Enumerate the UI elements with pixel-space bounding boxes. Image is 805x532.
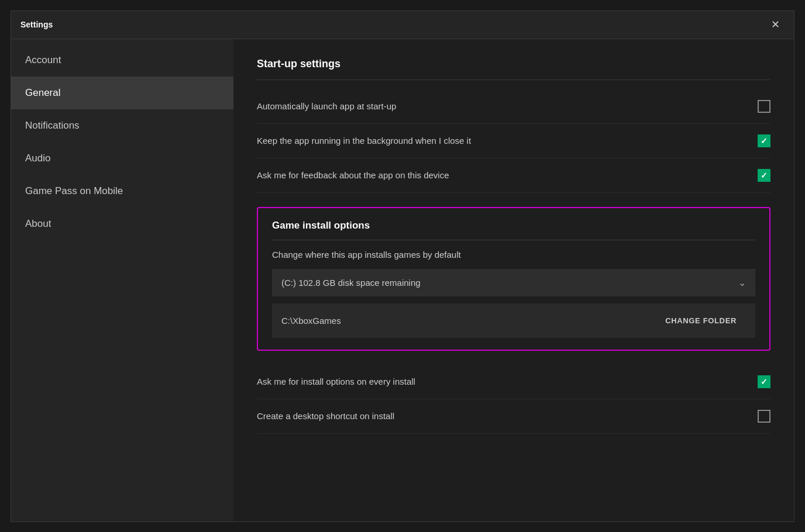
auto-launch-label: Automatically launch app at start-up bbox=[257, 101, 396, 111]
feedback-checkbox[interactable] bbox=[758, 169, 770, 182]
disk-dropdown[interactable]: (C:) 102.8 GB disk space remaining ⌄ bbox=[272, 269, 755, 296]
folder-row: C:\XboxGames CHANGE FOLDER bbox=[272, 303, 755, 338]
title-bar: Settings ✕ bbox=[11, 11, 794, 39]
sidebar-item-game-pass-mobile[interactable]: Game Pass on Mobile bbox=[11, 175, 233, 208]
install-options-checkbox[interactable] bbox=[758, 375, 770, 388]
disk-label: (C:) 102.8 GB disk space remaining bbox=[281, 278, 421, 288]
folder-path: C:\XboxGames bbox=[281, 316, 341, 326]
sidebar: Account General Notifications Audio Game… bbox=[11, 39, 233, 521]
desktop-shortcut-label: Create a desktop shortcut on install bbox=[257, 411, 394, 421]
install-options-label: Ask me for install options on every inst… bbox=[257, 376, 415, 386]
desktop-shortcut-checkbox[interactable] bbox=[758, 410, 770, 423]
sidebar-item-audio[interactable]: Audio bbox=[11, 142, 233, 175]
change-folder-button[interactable]: CHANGE FOLDER bbox=[656, 312, 746, 330]
startup-section-title: Start-up settings bbox=[257, 58, 770, 70]
sidebar-item-general[interactable]: General bbox=[11, 77, 233, 109]
sidebar-item-about[interactable]: About bbox=[11, 208, 233, 240]
sidebar-item-notifications[interactable]: Notifications bbox=[11, 109, 233, 142]
game-install-options-box: Game install options Change where this a… bbox=[257, 207, 770, 351]
keep-running-label: Keep the app running in the background w… bbox=[257, 136, 471, 146]
game-install-divider bbox=[272, 240, 755, 240]
keep-running-checkbox[interactable] bbox=[758, 134, 770, 147]
close-button[interactable]: ✕ bbox=[766, 15, 785, 34]
auto-launch-checkbox[interactable] bbox=[758, 100, 770, 113]
game-install-subtitle: Change where this app installs games by … bbox=[272, 250, 755, 260]
feedback-label: Ask me for feedback about the app on thi… bbox=[257, 170, 449, 180]
content-area: Account General Notifications Audio Game… bbox=[11, 39, 794, 521]
setting-row-keep-running: Keep the app running in the background w… bbox=[257, 124, 770, 158]
setting-row-desktop-shortcut: Create a desktop shortcut on install bbox=[257, 399, 770, 434]
setting-row-auto-launch: Automatically launch app at start-up bbox=[257, 89, 770, 124]
chevron-down-icon: ⌄ bbox=[738, 277, 746, 288]
setting-row-install-options: Ask me for install options on every inst… bbox=[257, 365, 770, 399]
startup-divider bbox=[257, 80, 770, 80]
sidebar-item-account[interactable]: Account bbox=[11, 44, 233, 77]
setting-row-feedback: Ask me for feedback about the app on thi… bbox=[257, 158, 770, 193]
main-panel: Start-up settings Automatically launch a… bbox=[233, 39, 794, 521]
game-install-title: Game install options bbox=[272, 220, 755, 232]
settings-window: Settings ✕ Account General Notifications… bbox=[11, 11, 794, 522]
window-title: Settings bbox=[20, 20, 766, 29]
